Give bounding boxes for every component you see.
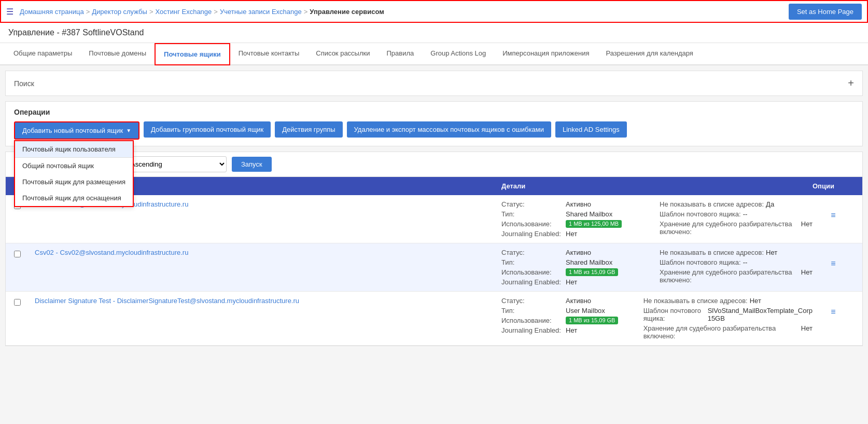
- row-3-template-value: SlVoStand_MailBoxTemplate_Corp 15GB: [708, 307, 813, 322]
- row-3-type-label: Тип:: [501, 307, 564, 314]
- tab-mailing-list[interactable]: Список рассылки: [307, 43, 378, 65]
- row-1-hide-row: Не показывать в списке адресов: Да: [660, 200, 813, 208]
- row-2-checkbox[interactable]: [14, 249, 35, 259]
- row-3-checkbox-input[interactable]: [14, 299, 21, 306]
- page-title-bar: Управление - #387 SoftlineVOStand: [0, 23, 868, 43]
- add-group-mailbox-button[interactable]: Добавить групповой почтовый ящик: [144, 121, 271, 138]
- row-3-journaling-label: Journaling Enabled:: [501, 326, 564, 334]
- group-actions-button[interactable]: Действия группы: [275, 121, 342, 138]
- sort-order-select[interactable]: Ascending: [123, 156, 227, 172]
- tab-rules[interactable]: Правила: [379, 43, 423, 65]
- add-mailbox-dropdown-container: Добавить новый почтовый ящик ▼ Почтовый …: [14, 121, 139, 140]
- breadcrumb-sep-2: >: [149, 8, 153, 16]
- row-1-actions-icon[interactable]: ≡: [813, 200, 854, 220]
- row-3-template-row: Шаблон почтового ящика: SlVoStand_MailBo…: [643, 307, 813, 322]
- search-panel: Поиск +: [5, 71, 863, 96]
- row-3-usage-value: 1 MB из 15,09 GB: [566, 317, 618, 324]
- tab-calendar-permissions[interactable]: Разрешения для календаря: [597, 43, 701, 65]
- table-container: Детали Опции Csv01 - Csv01@slvostand.myc…: [5, 176, 863, 346]
- row-1-litigation-row: Хранение для судебного разбирательства в…: [660, 220, 813, 236]
- row-3-hide-value: Нет: [750, 297, 761, 305]
- row-2-template-value: --: [743, 258, 748, 266]
- row-1-detail-col-right: Не показывать в списке адресов: Да Шабло…: [660, 200, 813, 238]
- row-2-link[interactable]: Csv02 - Csv02@slvostand.mycloudinfrastru…: [35, 247, 188, 256]
- row-2-detail-col-left: Статус: Активно Тип: Shared Mailbox Испо…: [501, 249, 654, 286]
- row-2-type-label: Тип:: [501, 258, 564, 266]
- row-3-journaling-row: Journaling Enabled: Нет: [501, 326, 638, 334]
- row-3-checkbox[interactable]: [14, 297, 35, 307]
- row-1-hide-value: Да: [766, 200, 774, 208]
- operations-panel: Операции Добавить новый почтовый ящик ▼ …: [5, 101, 863, 146]
- dropdown-arrow-icon: ▼: [126, 128, 131, 133]
- row-1-usage-row: Использование: 1 MB из 125,00 MB: [501, 220, 654, 228]
- page-title: Управление - #387 SoftlineVOStand: [8, 28, 860, 37]
- dropdown-item-room-mailbox[interactable]: Почтовый ящик для размещения: [15, 174, 133, 190]
- row-3-litigation-value: Нет: [801, 324, 813, 340]
- row-3-actions-icon[interactable]: ≡: [813, 297, 854, 317]
- tab-mail-contacts[interactable]: Почтовые контакты: [230, 43, 308, 65]
- row-2-checkbox-input[interactable]: [14, 251, 21, 257]
- row-2-litigation-row: Хранение для судебного разбирательства в…: [660, 268, 813, 284]
- row-1-journaling-label: Journaling Enabled:: [501, 230, 564, 238]
- launch-button[interactable]: Запуск: [232, 157, 272, 172]
- tabs-bar: Общие параметры Почтовые домены Почтовые…: [0, 43, 868, 65]
- dropdown-item-user-mailbox[interactable]: Почтовый ящик пользователя: [15, 141, 133, 158]
- row-2-actions-icon[interactable]: ≡: [813, 249, 854, 268]
- bulk-delete-export-button[interactable]: Удаление и экспорт массовых почтовых ящи…: [347, 121, 551, 138]
- row-2-usage-label: Использование:: [501, 268, 564, 276]
- tab-mail-domains[interactable]: Почтовые домены: [80, 43, 155, 65]
- add-mailbox-button[interactable]: Добавить новый почтовый ящик ▼: [14, 121, 139, 140]
- dropdown-item-equipment-mailbox[interactable]: Почтовый ящик для оснащения: [15, 190, 133, 206]
- tab-impersonation[interactable]: Имперсонация приложения: [494, 43, 597, 65]
- tab-mailboxes[interactable]: Почтовые ящики: [155, 43, 230, 65]
- table-row: Disclaimer Signature Test - DisclaimerSi…: [6, 292, 862, 346]
- row-3-detail-col-left: Статус: Активно Тип: User Mailbox Исполь…: [501, 297, 638, 340]
- row-2-journaling-value: Нет: [566, 278, 577, 286]
- operations-label: Операции: [14, 108, 854, 116]
- breadcrumb-sep-3: >: [214, 8, 218, 16]
- tab-group-actions-log[interactable]: Group Actions Log: [422, 43, 494, 65]
- breadcrumb: ☰ Домашняя страница > Директор службы > …: [6, 7, 384, 17]
- breadcrumb-accounts[interactable]: Учетные записи Exchange: [220, 8, 302, 16]
- tab-general-params[interactable]: Общие параметры: [5, 43, 80, 65]
- add-mailbox-dropdown-menu: Почтовый ящик пользователя Общий почтовы…: [14, 140, 134, 207]
- breadcrumb-home[interactable]: Домашняя страница: [20, 8, 84, 16]
- operations-buttons: Добавить новый почтовый ящик ▼ Почтовый …: [14, 121, 854, 140]
- row-1-detail-col-left: Статус: Активно Тип: Shared Mailbox Испо…: [501, 200, 654, 238]
- menu-icon[interactable]: ☰: [6, 7, 13, 17]
- row-2-hide-value: Нет: [766, 249, 777, 256]
- dropdown-item-shared-mailbox[interactable]: Общий почтовый ящик: [15, 158, 133, 174]
- row-3-link[interactable]: Disclaimer Signature Test - DisclaimerSi…: [35, 295, 299, 305]
- row-2-type-row: Тип: Shared Mailbox: [501, 258, 654, 266]
- row-1-template-label: Шаблон почтового ящика:: [660, 210, 741, 218]
- breadcrumb-sep-4: >: [304, 8, 308, 16]
- row-3-hide-label: Не показывать в списке адресов:: [643, 297, 748, 305]
- row-1-template-value: --: [743, 210, 748, 218]
- row-1-journaling-row: Journaling Enabled: Нет: [501, 230, 654, 238]
- breadcrumb-director[interactable]: Директор службы: [92, 8, 147, 16]
- linked-ad-settings-button[interactable]: Linked AD Settings: [555, 121, 627, 138]
- row-1-type-row: Тип: Shared Mailbox: [501, 210, 654, 218]
- row-2-journaling-row: Journaling Enabled: Нет: [501, 278, 654, 286]
- breadcrumb-current: Управление сервисом: [310, 8, 384, 16]
- table-header: Детали Опции: [6, 177, 862, 195]
- row-2-journaling-label: Journaling Enabled:: [501, 278, 564, 286]
- row-1-status-value: Активно: [566, 200, 591, 208]
- row-3-litigation-row: Хранение для судебного разбирательства в…: [643, 324, 813, 340]
- row-2-usage-row: Использование: 1 MB из 15,09 GB: [501, 268, 654, 276]
- row-1-hide-label: Не показывать в списке адресов:: [660, 200, 764, 208]
- breadcrumb-exchange[interactable]: Хостинг Exchange: [155, 8, 212, 16]
- row-2-name: Csv02 - Csv02@slvostand.mycloudinfrastru…: [35, 249, 501, 256]
- row-3-name: Disclaimer Signature Test - DisclaimerSi…: [35, 297, 501, 305]
- row-3-detail-col-right: Не показывать в списке адресов: Нет Шабл…: [643, 297, 813, 340]
- set-home-button[interactable]: Set as Home Page: [789, 4, 862, 20]
- table-row: Csv01 - Csv01@slvostand.mycloudinfrastru…: [6, 195, 862, 243]
- row-3-usage-label: Использование:: [501, 317, 564, 324]
- row-1-litigation-label: Хранение для судебного разбирательства в…: [660, 220, 799, 236]
- search-expand-button[interactable]: +: [848, 77, 854, 89]
- row-2-template-label: Шаблон почтового ящика:: [660, 258, 741, 266]
- top-bar: ☰ Домашняя страница > Директор службы > …: [0, 0, 868, 23]
- row-1-journaling-value: Нет: [566, 230, 577, 238]
- row-1-type-value: Shared Mailbox: [566, 210, 612, 218]
- row-3-status-label: Статус:: [501, 297, 564, 305]
